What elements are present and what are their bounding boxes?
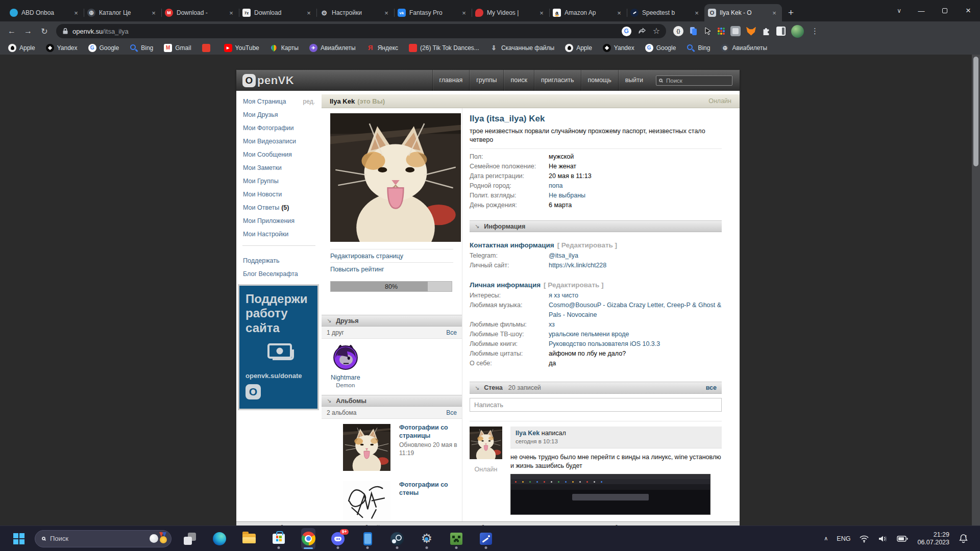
sidebar-menu-item[interactable]: Мои Сообщения (236, 148, 322, 161)
userscript-extension-icon[interactable] (673, 26, 683, 36)
information-section-header[interactable]: ↘ Информация (470, 220, 722, 232)
tab-search-chevron-icon[interactable]: ∨ (889, 7, 910, 14)
bookmark-item[interactable]: Яндекс (366, 44, 398, 52)
bookmark-star-icon[interactable]: ☆ (653, 27, 660, 35)
bookmark-item[interactable] (202, 44, 213, 52)
settings-app-icon[interactable] (420, 528, 434, 549)
info-value[interactable]: хз (549, 320, 555, 330)
bookmark-item[interactable]: Bing (687, 44, 710, 52)
info-value[interactable]: я хз чисто (549, 291, 578, 300)
google-icon[interactable]: G (622, 27, 631, 36)
tab-close-icon[interactable] (770, 9, 778, 17)
sidebar-menu-item[interactable]: Мои Фотографии (236, 121, 322, 135)
wall-composer-input[interactable] (470, 398, 722, 412)
detail-value[interactable]: Не выбраны (549, 191, 585, 201)
tab-close-icon[interactable] (693, 9, 701, 17)
edge-app-icon[interactable] (212, 528, 227, 549)
sidebar-menu-item[interactable]: Мои Заметки (236, 161, 322, 174)
donate-banner[interactable]: Поддержи работу сайта openvk.su/donate O (238, 284, 319, 410)
metamask-fox-icon[interactable] (746, 27, 756, 36)
post-author-link[interactable]: Ilya Kek (516, 430, 540, 437)
profile-photo[interactable] (330, 113, 461, 242)
info-value[interactable]: @itsa_ilya (549, 251, 578, 261)
browser-tab[interactable]: Ilya Kek - O (704, 4, 782, 21)
bookmark-item[interactable]: Yandex (46, 44, 78, 52)
share-icon[interactable] (638, 27, 647, 36)
url-text[interactable]: openvk.su/itsa_ilya (72, 28, 129, 35)
openvk-nav-item[interactable]: главная (432, 70, 470, 91)
tray-chevron-icon[interactable]: ∧ (824, 535, 828, 542)
post-timestamp[interactable]: сегодня в 10:13 (516, 438, 717, 444)
bookmark-item[interactable]: Google (645, 44, 676, 52)
whiteboard-app-icon[interactable] (479, 528, 493, 549)
tab-close-icon[interactable] (615, 9, 623, 17)
friends-all-link[interactable]: Все (446, 329, 457, 336)
tab-close-icon[interactable] (227, 9, 235, 17)
forward-button[interactable]: → (20, 23, 36, 39)
stacked-windows-app-icon[interactable] (183, 528, 197, 549)
sidebar-menu-item[interactable]: Мои Приложения (236, 214, 322, 228)
edit-personal-link[interactable]: [ Редактировать ] (544, 281, 603, 289)
post-author-avatar[interactable] (470, 427, 502, 459)
bookmark-item[interactable]: YouTube (224, 44, 259, 52)
phone-link-app-icon[interactable] (360, 528, 375, 549)
openvk-nav-item[interactable]: группы (469, 70, 503, 91)
screenshot-extension-icon[interactable] (730, 26, 741, 36)
album-thumbnail[interactable] (343, 481, 390, 525)
bookmark-item[interactable]: Авиабилеты (309, 44, 356, 52)
album-title-link[interactable]: Фотографии со стены (399, 481, 448, 496)
sidebar-menu-item[interactable]: Мои Настройки (236, 228, 322, 241)
bookmark-item[interactable]: Gmail (164, 44, 191, 52)
browser-tab[interactable]: Speedtest b (627, 4, 704, 21)
daily-highlight-icon[interactable] (150, 532, 168, 546)
album-thumbnail[interactable] (343, 424, 390, 471)
openvk-search-box[interactable] (656, 76, 732, 86)
browser-tab[interactable]: Amazon Ap (549, 4, 627, 21)
bookmark-item[interactable]: Google (88, 44, 119, 52)
minecraft-app-icon[interactable] (449, 528, 463, 549)
scrollbar[interactable] (972, 55, 980, 525)
close-button[interactable]: × (957, 0, 980, 21)
browser-tab[interactable]: Каталог Це (84, 4, 161, 21)
browser-tab[interactable]: Download (239, 4, 316, 21)
maximize-button[interactable] (933, 0, 957, 21)
sidebar-footer-item[interactable]: Блог Веселкрафта (236, 267, 322, 281)
bookmark-item[interactable]: Bing (130, 44, 153, 52)
bookmark-item[interactable]: Apple (8, 44, 35, 52)
openvk-nav-item[interactable]: помощь (581, 70, 618, 91)
battery-icon[interactable] (897, 535, 909, 542)
steam-app-icon[interactable] (390, 528, 404, 549)
tab-close-icon[interactable] (382, 9, 390, 17)
info-value[interactable]: Cosmo@BousouP - Gizaba Crazy Letter, Cre… (549, 300, 722, 320)
profile-status[interactable]: трое неизвестных порвали случайному прох… (470, 127, 722, 144)
minimize-button[interactable]: — (910, 0, 933, 21)
tab-close-icon[interactable] (537, 9, 546, 17)
info-value[interactable]: https://vk.link/cht228 (549, 261, 606, 270)
tab-close-icon[interactable] (460, 9, 468, 17)
sidebar-menu-item[interactable]: Мои Друзья (236, 108, 322, 121)
cursor-extension-icon[interactable] (704, 27, 712, 35)
language-indicator[interactable]: ENG (837, 535, 850, 542)
extensions-puzzle-icon[interactable] (762, 27, 771, 36)
reload-button[interactable]: ↻ (37, 23, 52, 39)
tab-close-icon[interactable] (305, 9, 313, 17)
bookmark-item[interactable]: Скачанные файлы (490, 44, 554, 52)
pages-extension-icon[interactable] (689, 27, 698, 36)
wall-all-link[interactable]: все (706, 384, 717, 391)
google-apps-grid-icon[interactable] (718, 28, 725, 35)
start-button[interactable] (13, 533, 24, 544)
bookmark-item[interactable]: Yandex (603, 44, 634, 52)
friend-avatar[interactable] (332, 344, 359, 370)
browser-tab[interactable]: Download - (161, 4, 239, 21)
raise-rating-link[interactable]: Повысить рейтинг (330, 262, 453, 276)
bookmark-item[interactable]: Карты (270, 44, 299, 52)
sidebar-menu-item[interactable]: Мои Видеозаписи (236, 135, 322, 148)
openvk-nav-item[interactable]: пригласить (534, 70, 581, 91)
openvk-nav-item[interactable]: выйти (618, 70, 650, 91)
menu-kebab-icon[interactable] (810, 27, 820, 36)
microsoft-store-app-icon[interactable] (272, 528, 286, 549)
edit-page-link[interactable]: Редактировать страницу (330, 249, 453, 262)
sidebar-footer-item[interactable]: Поддержать (236, 254, 322, 267)
taskbar-clock[interactable]: 21:29 06.07.2023 (917, 531, 949, 546)
sidebar-menu-item[interactable]: Мои Группы (236, 174, 322, 188)
